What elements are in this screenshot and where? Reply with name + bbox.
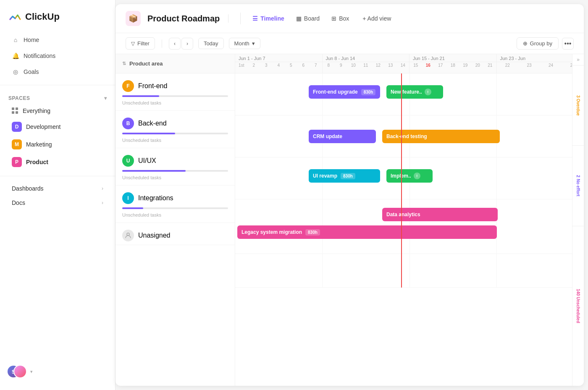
everything-label: Everything — [23, 107, 50, 114]
task-legacy-hours: 830h — [305, 229, 320, 236]
task-data-analytics[interactable]: Data analytics — [382, 208, 498, 221]
dashboards-label: Dashboards — [12, 185, 44, 192]
logo-area[interactable]: ClickUp — [0, 7, 115, 32]
unassigned-label: Unasigned — [138, 232, 171, 239]
row-uiux-header: U UI/UX — [116, 148, 235, 170]
task-ui-revamp-hours: 830h — [341, 173, 355, 179]
grid-row-backend: CRM update Back-end testing — [235, 115, 584, 157]
day-19: 19 — [459, 62, 472, 68]
row-backend: B Back-end Unscheduled tasks — [116, 111, 235, 148]
task-new-feature[interactable]: New feature.. ! — [386, 85, 443, 99]
row-integrations: I Integrations Unscheduled tasks — [116, 186, 235, 223]
sidebar-item-development[interactable]: D Development — [3, 118, 112, 135]
nav-home-label: Home — [24, 37, 39, 43]
integrations-label: Integrations — [138, 194, 173, 202]
sidebar-item-everything[interactable]: Everything — [3, 104, 112, 118]
row-unassigned-header: Unasigned — [116, 223, 235, 245]
page-header: 📦 Product Roadmap ☰ Timeline ▦ Board ⊞ B… — [116, 4, 584, 33]
marketing-label: Marketing — [26, 141, 52, 148]
frontend-avatar: F — [122, 80, 134, 92]
day-15: 15 — [410, 62, 422, 68]
clickup-logo-icon — [8, 10, 22, 24]
day-3: 3 — [260, 62, 273, 68]
more-options-button[interactable]: ••• — [562, 38, 574, 50]
timeline-right-panel: Jun 1 - Jun 7 1st 2 3 4 5 6 7 Jun 8 - Ju… — [235, 54, 584, 386]
day-14: 14 — [397, 62, 410, 68]
nav-notifications[interactable]: 🔔 Notifications — [3, 48, 112, 63]
week-1-days: 1st 2 3 4 5 6 7 — [235, 62, 322, 68]
nav-notifications-label: Notifications — [24, 52, 55, 59]
week-3: Jun 15 - Jun 21 15 16 17 18 19 20 21 — [410, 54, 497, 73]
spaces-chevron-icon[interactable]: ▾ — [104, 95, 107, 101]
week-4: Jun 23 - Jun 22 23 24 25 — [497, 54, 584, 73]
column-header-label: Product area — [129, 60, 163, 67]
add-view-button[interactable]: + Add view — [357, 13, 396, 24]
uiux-avatar: U — [122, 155, 134, 167]
more-icon: ••• — [564, 40, 572, 47]
tab-board[interactable]: ▦ Board — [291, 13, 325, 24]
group-by-button[interactable]: ⊕ Group by — [517, 37, 559, 50]
task-crm-update[interactable]: CRM update — [309, 130, 376, 143]
filter-label: Filter — [137, 40, 150, 47]
next-arrow-button[interactable]: › — [181, 38, 193, 50]
timeline-container: ⇅ Product area F Front-end Unscheduled t… — [116, 54, 584, 386]
cell-un-w1 — [235, 254, 323, 287]
month-button[interactable]: Month ▾ — [229, 38, 260, 49]
integrations-unscheduled: Unscheduled tasks — [116, 211, 235, 222]
nav-docs[interactable]: Docs › — [3, 196, 112, 209]
week-4-label: Jun 23 - Jun — [497, 54, 584, 62]
layers-icon: ⊕ — [523, 40, 528, 47]
timeline-tab-label: Timeline — [260, 15, 284, 22]
sidebar-item-product[interactable]: P Product — [3, 154, 112, 170]
day-18: 18 — [447, 62, 459, 68]
row-uiux: U UI/UX Unscheduled tasks — [116, 148, 235, 186]
row-frontend: F Front-end Unscheduled tasks — [116, 73, 235, 111]
collapse-button[interactable]: » — [572, 54, 584, 65]
development-badge: D — [12, 122, 22, 132]
integrations-progress-fill — [122, 207, 143, 209]
cell-un-w2 — [323, 254, 410, 287]
cell-un-w4 — [497, 254, 584, 287]
user-area[interactable]: S ▾ — [0, 360, 115, 383]
month-label: Month — [234, 40, 249, 47]
task-implem[interactable]: Implem.. ! — [386, 169, 433, 183]
timeline-left-panel: ⇅ Product area F Front-end Unscheduled t… — [116, 54, 235, 386]
nav-goals[interactable]: ◎ Goals — [3, 64, 112, 79]
day-16-today: 16 — [422, 62, 435, 68]
box-tab-label: Box — [339, 15, 349, 22]
tab-box[interactable]: ⊞ Box — [326, 13, 354, 24]
day-23: 23 — [518, 62, 540, 68]
toolbar-sep1 — [162, 39, 162, 48]
cell-int-w4 — [497, 199, 584, 254]
week-4-days: 22 23 24 25 — [497, 62, 584, 68]
unscheduled-section[interactable]: 140 Unscheduled — [572, 226, 584, 386]
day-12: 12 — [372, 62, 385, 68]
sidebar-item-marketing[interactable]: M Marketing — [3, 136, 112, 153]
nav-dashboards[interactable]: Dashboards › — [3, 182, 112, 195]
today-button[interactable]: Today — [198, 38, 224, 49]
tab-timeline[interactable]: ☰ Timeline — [247, 13, 289, 24]
cell-be-w4 — [497, 115, 584, 157]
product-label: Product — [26, 159, 48, 165]
task-frontend-upgrade[interactable]: Front-end upgrade 830h — [309, 85, 380, 99]
main-content: 📦 Product Roadmap ☰ Timeline ▦ Board ⊞ B… — [116, 4, 584, 386]
backend-label: Back-end — [138, 120, 167, 127]
overdue-section[interactable]: 3 Overdue — [572, 65, 584, 146]
no-effort-section[interactable]: 2 No effort — [572, 146, 584, 226]
task-ui-revamp[interactable]: UI revamp 830h — [309, 169, 380, 183]
task-backend-testing[interactable]: Back-end testing — [382, 130, 500, 143]
grid-row-uiux: UI revamp 830h Implem.. ! — [235, 157, 584, 199]
unassigned-avatar — [122, 230, 134, 241]
integrations-progress-bar — [122, 207, 228, 209]
filter-button[interactable]: ▽ Filter — [126, 37, 155, 50]
task-legacy-migration[interactable]: Legacy system migration 830h — [237, 225, 497, 239]
nav-home[interactable]: ⌂ Home — [3, 32, 112, 47]
view-tabs: ☰ Timeline ▦ Board ⊞ Box + Add view — [240, 13, 396, 24]
prev-arrow-button[interactable]: ‹ — [169, 38, 181, 50]
sidebar: ClickUp ⌂ Home 🔔 Notifications ◎ Goals S… — [0, 0, 116, 390]
task-backend-testing-label: Back-end testing — [386, 133, 427, 139]
day-22: 22 — [497, 62, 519, 68]
toolbar-right: ⊕ Group by ••• — [517, 37, 574, 50]
week-1: Jun 1 - Jun 7 1st 2 3 4 5 6 7 — [235, 54, 323, 73]
overdue-label: 3 Overdue — [576, 95, 580, 116]
